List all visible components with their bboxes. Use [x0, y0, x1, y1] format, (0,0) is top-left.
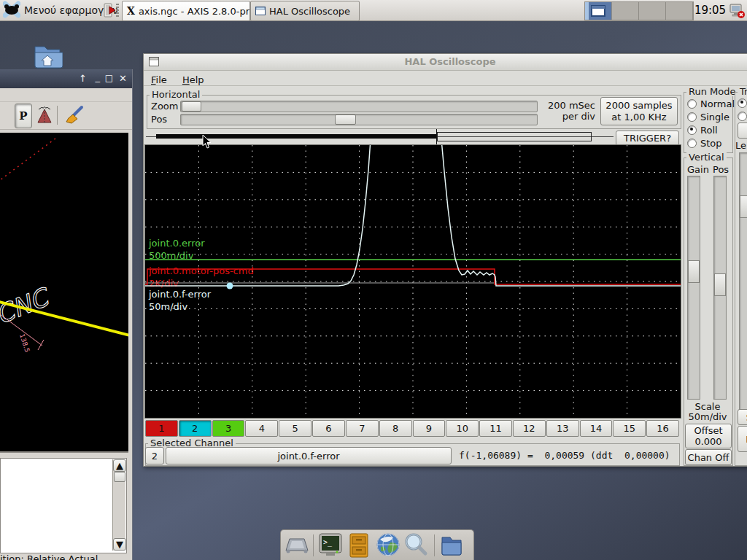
shade-icon[interactable]: ↑	[79, 73, 87, 84]
channel-button-10[interactable]: 10	[446, 420, 479, 437]
channel-button-13[interactable]: 13	[546, 420, 579, 437]
close-icon[interactable]: ✕	[119, 73, 127, 84]
vertical-pos-slider-thumb[interactable]	[714, 273, 726, 296]
network-status-tray[interactable]	[728, 1, 746, 20]
channel-button-6[interactable]: 6	[312, 420, 345, 437]
pos-label: Pos	[151, 114, 167, 125]
channel-button-8[interactable]: 8	[379, 420, 412, 437]
trace-label-joint0-error: joint.0.error 500m/div	[149, 237, 205, 262]
taskbar-window-axis[interactable]: X axis.ngc - AXIS 2.8.0-pre...	[122, 1, 250, 21]
channel-button-7[interactable]: 7	[346, 420, 379, 437]
channel-button-12[interactable]: 12	[513, 420, 546, 437]
trigger-source-partial-button[interactable]: S	[738, 409, 747, 425]
trigger-button[interactable]: TRIGGER?	[616, 131, 679, 146]
axis-mdi-history[interactable]: ▲ ▼	[0, 458, 127, 553]
run-mode-single[interactable]: Single	[687, 110, 735, 123]
channel-button-14[interactable]: 14	[580, 420, 613, 437]
rotate-view-button[interactable]	[35, 105, 54, 128]
workspace-2[interactable]	[612, 2, 639, 20]
trigger-position-marker	[436, 129, 437, 145]
terminal-icon[interactable]: >_	[319, 533, 342, 560]
workspace-1[interactable]	[585, 2, 612, 20]
halscope-menubar: File Help	[144, 70, 747, 86]
workspace-4[interactable]	[666, 2, 693, 20]
clear-plot-button[interactable]	[64, 104, 85, 129]
run-mode-normal[interactable]: Normal	[687, 97, 735, 110]
record-progress-bar	[146, 131, 614, 144]
channel-reading: f(-1,06089) = 0,00059 (ddt 0,00000)	[459, 450, 678, 461]
menu-help[interactable]: Help	[182, 74, 204, 85]
zoom-slider-thumb[interactable]	[182, 101, 201, 112]
channel-button-9[interactable]: 9	[413, 420, 446, 437]
zoom-slider[interactable]	[180, 101, 538, 112]
file-cabinet-icon[interactable]	[349, 533, 368, 560]
workspace-window-icon	[591, 5, 605, 17]
run-mode-groupbox: NormalSingleRollStop	[684, 92, 733, 153]
run-mode-legend: Run Mode	[686, 87, 738, 96]
pos-slider[interactable]	[180, 114, 538, 125]
search-icon[interactable]	[403, 532, 428, 560]
svg-text:>_: >_	[323, 538, 333, 547]
trigger-mode-partial-button[interactable]: N	[738, 426, 747, 452]
web-browser-icon[interactable]	[376, 532, 400, 560]
axis-titlebar[interactable]: ↑ _ □ ✕	[0, 69, 132, 88]
vertical-pos-slider[interactable]	[713, 176, 727, 400]
panel-grip[interactable]	[116, 4, 119, 17]
pos-slider-thumb[interactable]	[335, 114, 356, 125]
scrollbar-thumb[interactable]	[114, 472, 125, 482]
selected-channel-name-button[interactable]: joint.0.f-error	[166, 447, 452, 464]
scroll-down-icon[interactable]: ▼	[113, 538, 126, 551]
scale-label: Scale	[684, 401, 732, 412]
channel-button-4[interactable]: 4	[245, 420, 278, 437]
trigger-radio-2[interactable]	[738, 109, 747, 122]
brush-icon	[64, 104, 85, 126]
run-mode-options: NormalSingleRollStop	[687, 97, 735, 149]
run-mode-stop[interactable]: Stop	[687, 136, 735, 149]
channel-button-2[interactable]: 2	[179, 420, 212, 437]
logout-button[interactable]	[99, 1, 117, 20]
home-folder-desktop-icon[interactable]	[32, 41, 63, 71]
channel-button-15[interactable]: 15	[613, 420, 646, 437]
perspective-view-button[interactable]: P	[15, 104, 32, 128]
samples-button[interactable]: 2000 samples at 1,00 KHz	[600, 97, 678, 125]
axis-preview[interactable]: CNC 138.5	[0, 133, 128, 453]
menu-file[interactable]: File	[151, 74, 167, 85]
dock-separator-2	[434, 534, 435, 556]
channel-button-1[interactable]: 1	[145, 420, 178, 437]
halscope-window: HAL Oscilloscope File Help Horizontal Zo…	[143, 53, 747, 467]
gain-slider-thumb[interactable]	[688, 260, 700, 283]
radio-icon	[687, 112, 697, 122]
offset-button[interactable]: Offset 0.000	[685, 424, 732, 448]
network-offline-icon	[728, 1, 746, 19]
trigger-radio-1[interactable]	[738, 96, 747, 109]
trigger-level-slider[interactable]	[739, 152, 747, 424]
run-mode-roll[interactable]: Roll	[687, 123, 735, 136]
chan-off-button[interactable]: Chan Off	[685, 449, 732, 465]
trigger-partial-button[interactable]	[738, 122, 747, 139]
scope-display[interactable]: joint.0.error 500m/div joint.0.motor-pos…	[144, 144, 681, 419]
desktop: Μενού εφαρμογών X axis.ngc - AXIS 2.8.0-…	[0, 0, 747, 560]
level-label: Le	[735, 140, 746, 151]
clock: 19:05	[694, 1, 727, 20]
trigger-level-thumb[interactable]	[740, 195, 747, 218]
channel-button-3[interactable]: 3	[212, 420, 245, 437]
channel-button-16[interactable]: 16	[646, 420, 679, 437]
axis-toolbar: P	[0, 101, 132, 130]
maximize-icon[interactable]: □	[105, 73, 113, 83]
taskbar-window-halscope[interactable]: HAL Oscilloscope	[250, 1, 360, 21]
window-menu-icon	[149, 57, 159, 66]
show-desktop-icon[interactable]	[285, 536, 309, 558]
trace-label-motor-pos-cmd: joint.0.motor-pos-cmd 2K/div	[149, 265, 254, 289]
channel-button-11[interactable]: 11	[479, 420, 512, 437]
channel-button-5[interactable]: 5	[279, 420, 311, 437]
vertical-pos-label: Pos	[713, 164, 729, 175]
file-manager-icon[interactable]	[440, 534, 463, 559]
scroll-up-icon[interactable]: ▲	[113, 459, 126, 472]
axis-menubar[interactable]	[0, 88, 132, 102]
workspace-3[interactable]	[639, 2, 666, 20]
workspace-pager[interactable]	[584, 1, 694, 20]
halscope-titlebar[interactable]: HAL Oscilloscope	[144, 54, 747, 71]
gain-slider[interactable]	[687, 176, 700, 400]
minimize-icon[interactable]: _	[96, 71, 101, 82]
history-scrollbar[interactable]: ▲ ▼	[112, 459, 125, 551]
